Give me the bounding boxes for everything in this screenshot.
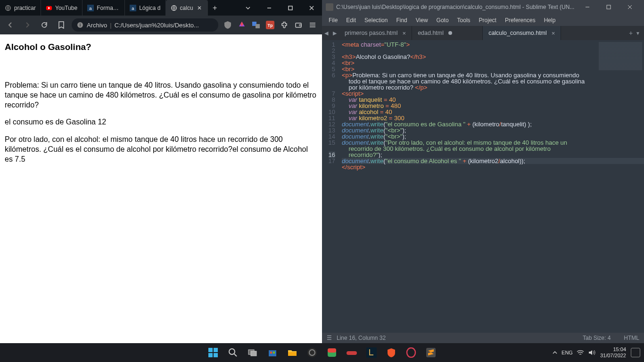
svg-text:Tp: Tp [268, 23, 273, 28]
tab-logica[interactable]: a Lógica d [125, 0, 165, 16]
clock[interactable]: 15:04 31/07/2022 [600, 346, 626, 359]
svg-rect-20 [214, 353, 218, 357]
svg-rect-27 [288, 352, 297, 356]
close-icon[interactable]: ✕ [196, 5, 203, 11]
svg-rect-17 [208, 348, 213, 352]
volume-icon[interactable] [588, 349, 595, 356]
maximize-button[interactable] [280, 0, 301, 16]
status-syntax[interactable]: HTML [624, 335, 639, 341]
dropdown-icon[interactable] [237, 0, 258, 16]
tab-next-icon[interactable]: ▶ [330, 26, 339, 40]
close-button[interactable] [301, 0, 322, 16]
globe-icon [171, 5, 177, 11]
svg-rect-23 [251, 351, 256, 356]
extensions-icon[interactable] [279, 19, 290, 31]
page-content: Alcohol o Gasolina? Problema: Si un carr… [0, 34, 322, 343]
svg-rect-18 [214, 348, 218, 352]
date: 31/07/2022 [600, 353, 626, 359]
translate-icon[interactable] [250, 19, 262, 31]
sublime-taskbar-icon[interactable] [422, 344, 439, 361]
explorer-icon[interactable] [284, 344, 301, 361]
wallet-icon[interactable] [293, 19, 304, 31]
tab-strip: practicar YouTube a Formació a Lógica d … [0, 0, 237, 16]
close-button[interactable] [619, 0, 640, 14]
sublime-titlebar: C:\Users\juan luis\Desktop\logica de pro… [322, 0, 644, 14]
tab-calculo[interactable]: calcu ✕ [166, 0, 208, 16]
address-bar: i Archivo | C:/Users/juan%20luis/Deskto.… [0, 16, 322, 34]
tray-chevron-icon[interactable] [552, 350, 558, 355]
browser-titlebar: practicar YouTube a Formació a Lógica d … [0, 0, 322, 16]
svg-rect-16 [607, 5, 611, 9]
editor[interactable]: 1 2 3 4 5 6 7 8 9 10 11 12 13 14 15 16 1… [322, 40, 644, 333]
brave-icon[interactable] [383, 344, 400, 361]
minimap[interactable] [597, 40, 644, 333]
youtube-icon [46, 5, 52, 11]
tab-practicar[interactable]: practicar [0, 0, 41, 16]
hamburger-icon[interactable]: ☰ [327, 335, 332, 341]
bookmark-button[interactable] [55, 18, 68, 32]
bluestacks-icon[interactable] [323, 344, 340, 361]
search-icon[interactable] [224, 344, 241, 361]
svg-text:a: a [132, 5, 134, 10]
back-button[interactable] [4, 18, 17, 32]
brave-rewards-icon[interactable] [236, 19, 248, 31]
time: 15:04 [600, 346, 626, 353]
wifi-icon[interactable] [577, 349, 584, 356]
menu-file[interactable]: File [325, 14, 341, 26]
menu-project[interactable]: Project [475, 14, 500, 26]
menu-preferences[interactable]: Preferences [501, 14, 539, 26]
address-url: C:/Users/juan%20luis/Deskto... [115, 22, 199, 29]
file-tab-edad[interactable]: edad.html [412, 26, 483, 40]
obs-icon[interactable] [304, 344, 321, 361]
tray-lang[interactable]: ENG [561, 350, 573, 355]
ext-tp-icon[interactable]: Tp [264, 19, 276, 31]
minimize-button[interactable] [258, 0, 280, 16]
tab-formacio[interactable]: a Formació [83, 0, 125, 16]
taskview-icon[interactable] [244, 344, 261, 361]
page-title: Alcohol o Gasolina? [5, 42, 317, 52]
svg-rect-31 [328, 348, 336, 353]
close-icon[interactable]: × [552, 30, 555, 37]
menu-view[interactable]: View [412, 14, 432, 26]
svg-rect-25 [270, 352, 272, 354]
alura-icon: a [130, 5, 136, 11]
menu-edit[interactable]: Edit [342, 14, 360, 26]
tab-youtube[interactable]: YouTube [41, 0, 83, 16]
maximize-button[interactable] [598, 0, 619, 14]
svg-point-21 [229, 349, 235, 354]
league-icon[interactable] [363, 344, 380, 361]
address-input[interactable]: i Archivo | C:/Users/juan%20luis/Deskto.… [72, 18, 218, 32]
tab-dropdown-icon[interactable]: ▼ [636, 31, 640, 36]
minimize-button[interactable] [577, 0, 598, 14]
store-icon[interactable] [264, 344, 281, 361]
svg-rect-32 [366, 347, 377, 358]
menu-tools[interactable]: Tools [454, 14, 474, 26]
brave-shield-icon[interactable] [222, 19, 233, 31]
tab-prev-icon[interactable]: ◀ [322, 26, 330, 40]
file-tab-calculo[interactable]: calculo_consumo.html × [483, 26, 561, 40]
new-tab-icon[interactable]: + [629, 29, 633, 37]
tab-label: Lógica d [139, 5, 160, 11]
status-tabsize[interactable]: Tab Size: 4 [583, 335, 611, 341]
svg-rect-19 [208, 353, 213, 357]
svg-rect-14 [296, 23, 301, 27]
game-icon[interactable] [343, 344, 360, 361]
menu-icon[interactable] [307, 19, 318, 31]
globe-icon [5, 5, 11, 11]
info-icon: i [76, 21, 84, 29]
reload-button[interactable] [38, 18, 51, 32]
menu-goto[interactable]: Goto [433, 14, 453, 26]
opera-icon[interactable] [403, 344, 420, 361]
svg-point-33 [407, 348, 415, 357]
forward-button[interactable] [21, 18, 34, 32]
svg-rect-26 [273, 352, 275, 354]
menu-selection[interactable]: Selection [361, 14, 391, 26]
menu-find[interactable]: Find [392, 14, 411, 26]
start-button[interactable] [205, 344, 222, 361]
close-icon[interactable]: × [403, 30, 406, 37]
new-tab-button[interactable]: + [208, 0, 222, 16]
svg-rect-7 [289, 6, 292, 10]
menu-help[interactable]: Help [540, 14, 560, 26]
file-tab-primeros[interactable]: primeros pasos.html × [339, 26, 412, 40]
notifications-icon[interactable] [631, 348, 640, 357]
